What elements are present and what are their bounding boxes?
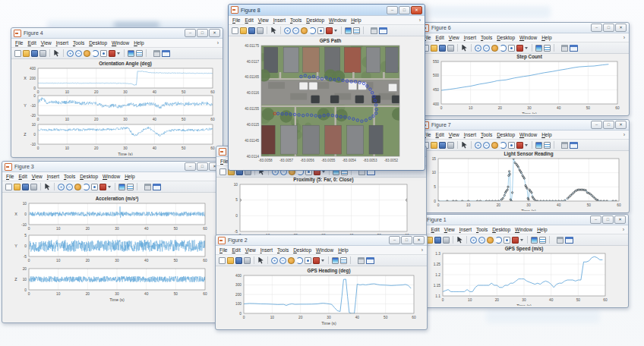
print-figure-icon[interactable] bbox=[30, 184, 37, 190]
close-button[interactable]: ✕ bbox=[413, 236, 425, 244]
hide-plot-tools-icon[interactable] bbox=[144, 184, 151, 190]
menu-item-insert[interactable]: Insert bbox=[56, 40, 68, 46]
maximize-button[interactable]: □ bbox=[602, 215, 614, 224]
menu-item-view[interactable]: View bbox=[32, 174, 43, 179]
insert-colorbar-icon[interactable] bbox=[535, 142, 542, 149]
brush-icon[interactable] bbox=[326, 27, 333, 34]
dock-figure-icon[interactable] bbox=[379, 27, 387, 34]
zoom-out-icon[interactable]: − bbox=[292, 27, 299, 34]
menu-item-window[interactable]: Window bbox=[515, 227, 532, 232]
insert-colorbar-icon[interactable] bbox=[345, 27, 352, 34]
zoom-out-icon[interactable]: − bbox=[279, 257, 286, 264]
zoom-out-icon[interactable]: − bbox=[66, 184, 73, 190]
maximize-button[interactable]: □ bbox=[603, 24, 614, 32]
pointer-icon[interactable] bbox=[270, 27, 277, 34]
menu-item-view[interactable]: View bbox=[449, 35, 459, 40]
menu-item-help[interactable]: Help bbox=[125, 174, 134, 179]
menu-item-desktop[interactable]: Desktop bbox=[80, 174, 98, 179]
menu-item-help[interactable]: Help bbox=[351, 17, 361, 23]
minimize-button[interactable]: – bbox=[389, 236, 400, 244]
rotate-3d-icon[interactable] bbox=[309, 27, 316, 34]
new-figure-icon[interactable] bbox=[219, 257, 226, 264]
menu-item-edit[interactable]: Edit bbox=[436, 35, 444, 40]
menu-overflow-icon[interactable]: › bbox=[421, 247, 423, 253]
save-figure-icon[interactable] bbox=[235, 257, 242, 264]
menu-item-desktop[interactable]: Desktop bbox=[293, 247, 311, 253]
minimize-button[interactable]: – bbox=[185, 29, 196, 37]
insert-colorbar-icon[interactable] bbox=[128, 50, 134, 57]
insert-legend-icon[interactable] bbox=[539, 237, 546, 244]
menu-item-desktop[interactable]: Desktop bbox=[492, 227, 510, 232]
menu-item-insert[interactable]: Insert bbox=[459, 227, 472, 232]
menu-item-edit[interactable]: Edit bbox=[19, 174, 27, 179]
zoom-in-icon[interactable]: + bbox=[475, 142, 481, 149]
insert-legend-icon[interactable] bbox=[340, 257, 347, 264]
data-cursor-icon[interactable] bbox=[91, 184, 98, 190]
menu-item-tools[interactable]: Tools bbox=[481, 132, 492, 137]
close-button[interactable]: ✕ bbox=[614, 215, 626, 224]
insert-colorbar-icon[interactable] bbox=[535, 45, 542, 52]
zoom-out-icon[interactable]: − bbox=[483, 142, 490, 149]
hide-plot-tools-icon[interactable] bbox=[561, 142, 568, 149]
maximize-button[interactable]: □ bbox=[401, 236, 412, 244]
menu-item-insert[interactable]: Insert bbox=[47, 174, 59, 179]
menu-item-edit[interactable]: Edit bbox=[245, 17, 254, 23]
zoom-out-icon[interactable]: − bbox=[483, 45, 490, 52]
menu-overflow-icon[interactable]: › bbox=[419, 17, 421, 23]
dock-figure-icon[interactable] bbox=[153, 184, 161, 190]
window-titlebar[interactable]: Figure 1 – □ ✕ bbox=[415, 215, 628, 225]
menu-item-help[interactable]: Help bbox=[134, 40, 144, 46]
open-file-icon[interactable] bbox=[240, 27, 247, 34]
new-figure-icon[interactable] bbox=[232, 27, 238, 34]
close-button[interactable]: ✕ bbox=[615, 24, 627, 32]
data-cursor-icon[interactable] bbox=[508, 142, 515, 149]
data-cursor-icon[interactable] bbox=[317, 27, 324, 34]
menu-item-edit[interactable]: Edit bbox=[28, 40, 36, 46]
menu-item-tools[interactable]: Tools bbox=[481, 35, 492, 40]
window-titlebar[interactable]: Figure 6 – □ ✕ bbox=[419, 23, 629, 33]
minimize-button[interactable]: – bbox=[387, 6, 398, 14]
pan-icon[interactable] bbox=[487, 237, 494, 244]
menu-overflow-icon[interactable]: › bbox=[623, 35, 625, 40]
window-titlebar[interactable]: Figure 3 – □ ✕ bbox=[2, 162, 223, 172]
brush-icon[interactable] bbox=[99, 184, 106, 190]
menu-item-edit[interactable]: Edit bbox=[436, 132, 444, 137]
save-figure-icon[interactable] bbox=[248, 27, 255, 34]
pan-icon[interactable] bbox=[491, 45, 498, 52]
menu-item-edit[interactable]: Edit bbox=[232, 247, 241, 253]
menu-item-tools[interactable]: Tools bbox=[277, 247, 289, 253]
insert-legend-icon[interactable] bbox=[127, 184, 134, 190]
insert-legend-icon[interactable] bbox=[544, 45, 551, 52]
menu-item-desktop[interactable]: Desktop bbox=[306, 17, 324, 23]
zoom-in-icon[interactable]: + bbox=[284, 27, 291, 34]
brush-dropdown-icon[interactable] bbox=[321, 257, 325, 264]
menu-item-view[interactable]: View bbox=[245, 247, 256, 253]
menu-item-help[interactable]: Help bbox=[541, 35, 551, 40]
pan-icon[interactable] bbox=[288, 257, 295, 264]
minimize-button[interactable]: – bbox=[591, 121, 602, 129]
close-button[interactable]: ✕ bbox=[615, 121, 627, 129]
brush-icon[interactable] bbox=[516, 142, 523, 149]
menu-item-window[interactable]: Window bbox=[329, 17, 346, 23]
pointer-icon[interactable] bbox=[257, 257, 264, 264]
menu-item-view[interactable]: View bbox=[258, 17, 269, 23]
print-figure-icon[interactable] bbox=[257, 27, 264, 34]
save-figure-icon[interactable] bbox=[22, 184, 29, 190]
open-file-icon[interactable] bbox=[227, 257, 234, 264]
hide-plot-tools-icon[interactable] bbox=[153, 50, 160, 57]
menu-item-tools[interactable]: Tools bbox=[64, 174, 75, 179]
hide-plot-tools-icon[interactable] bbox=[371, 27, 377, 34]
menu-item-file[interactable]: File bbox=[232, 17, 241, 23]
menu-item-insert[interactable]: Insert bbox=[464, 132, 476, 137]
minimize-button[interactable]: – bbox=[185, 162, 196, 171]
print-figure-icon[interactable] bbox=[447, 142, 454, 149]
menu-item-help[interactable]: Help bbox=[537, 227, 547, 232]
maximize-button[interactable]: □ bbox=[197, 29, 208, 37]
menu-item-desktop[interactable]: Desktop bbox=[497, 35, 515, 40]
hide-plot-tools-icon[interactable] bbox=[557, 237, 564, 244]
close-button[interactable]: ✕ bbox=[411, 6, 422, 14]
menu-item-tools[interactable]: Tools bbox=[290, 17, 301, 23]
dock-figure-icon[interactable] bbox=[366, 257, 374, 264]
rotate-3d-icon[interactable] bbox=[92, 50, 99, 57]
maximize-button[interactable]: □ bbox=[603, 121, 614, 129]
